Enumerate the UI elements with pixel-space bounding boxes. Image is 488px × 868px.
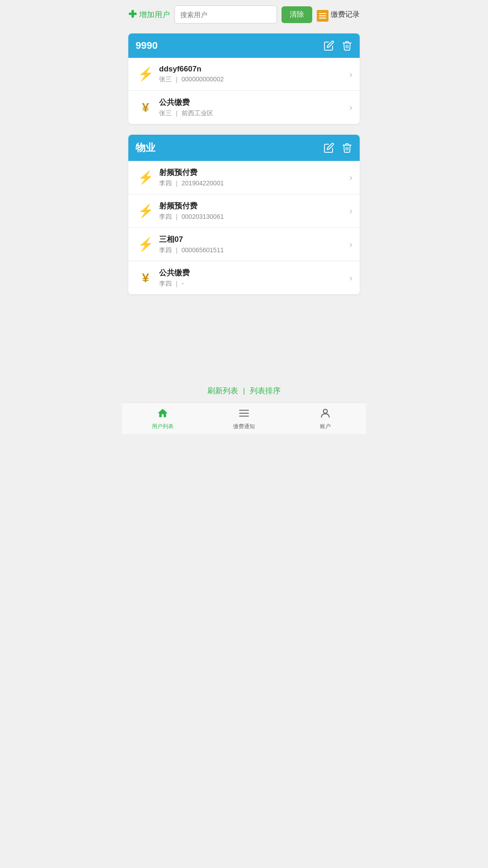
main-content: 9990: [122, 29, 366, 380]
trash-icon: [342, 40, 352, 51]
item-name: 公共缴费: [159, 268, 346, 278]
yen-icon-container: ¥: [136, 98, 155, 118]
fee-record-label: 缴费记录: [331, 10, 360, 19]
delete-group-9990-button[interactable]: [342, 40, 352, 51]
person-icon: [319, 407, 331, 421]
fee-record-button[interactable]: 缴费记录: [317, 8, 360, 22]
item-sub: 李四 ｜ 000203130061: [159, 213, 346, 221]
list-item[interactable]: ¥ 公共缴费 张三 ｜ 前西工业区 ›: [128, 91, 360, 124]
item-sub: 张三 ｜ 前西工业区: [159, 109, 346, 118]
bolt-icon-container: ⚡: [136, 235, 155, 255]
chevron-right-icon: ›: [349, 239, 352, 250]
item-name: 三相07: [159, 234, 346, 245]
home-svg: [157, 407, 169, 419]
bolt-icon: ⚡: [138, 205, 154, 217]
edit-group-9990-button[interactable]: [324, 40, 334, 51]
tab-user-list-label: 用户列表: [152, 423, 174, 430]
item-name: 公共缴费: [159, 97, 346, 108]
list-item[interactable]: ¥ 公共缴费 李四 ｜ - ›: [128, 261, 360, 294]
item-info: 射频预付费 李四 ｜ 201904220001: [159, 167, 346, 188]
item-info: ddsyf6607n 张三 ｜ 000000000002: [159, 65, 346, 84]
home-icon: [157, 407, 169, 421]
item-name: 射频预付费: [159, 167, 346, 178]
yen-icon-container: ¥: [136, 268, 155, 288]
person-svg: [319, 407, 331, 419]
item-sub: 李四 ｜ 201904220001: [159, 179, 346, 188]
tab-bar: 用户列表 缴费通知 账户: [122, 402, 366, 434]
tab-account[interactable]: 账户: [285, 403, 366, 434]
group-actions-wuye: [324, 142, 352, 153]
item-info: 三相07 李四 ｜ 000065601511: [159, 234, 346, 255]
svg-point-3: [324, 409, 328, 413]
trash-icon: [342, 142, 352, 153]
bolt-icon: ⚡: [138, 68, 154, 80]
bolt-icon-container: ⚡: [136, 201, 155, 221]
user-group-wuye: 物业: [128, 135, 360, 294]
group-actions-9990: [324, 40, 352, 51]
bolt-icon-container: ⚡: [136, 168, 155, 188]
yen-icon: ¥: [142, 100, 149, 115]
list-item[interactable]: ⚡ 射频预付费 李四 ｜ 000203130061 ›: [128, 194, 360, 228]
edit-icon: [324, 142, 334, 153]
chevron-right-icon: ›: [349, 102, 352, 113]
notebook-icon: [317, 8, 328, 22]
clear-button[interactable]: 清除: [282, 6, 312, 23]
item-info: 射频预付费 李四 ｜ 000203130061: [159, 201, 346, 221]
toolbar: ✚ 增加用户 清除 缴费记录: [122, 0, 366, 29]
chevron-right-icon: ›: [349, 69, 352, 80]
tab-fee-notice-label: 缴费通知: [233, 423, 255, 430]
sort-list-button[interactable]: 列表排序: [250, 387, 281, 395]
item-name: ddsyf6607n: [159, 65, 346, 74]
bolt-icon: ⚡: [138, 238, 154, 251]
item-name: 射频预付费: [159, 201, 346, 211]
item-sub: 李四 ｜ 000065601511: [159, 246, 346, 255]
list-item[interactable]: ⚡ ddsyf6607n 张三 ｜ 000000000002 ›: [128, 58, 360, 91]
list-item[interactable]: ⚡ 射频预付费 李四 ｜ 201904220001 ›: [128, 161, 360, 194]
group-title-wuye: 物业: [136, 141, 155, 155]
user-group-9990: 9990: [128, 33, 360, 124]
group-header-9990: 9990: [128, 33, 360, 58]
item-info: 公共缴费 李四 ｜ -: [159, 268, 346, 288]
edit-icon: [324, 40, 334, 51]
refresh-bar: 刷新列表 | 列表排序: [122, 380, 366, 402]
yen-icon: ¥: [142, 271, 149, 285]
list-svg: [238, 407, 250, 419]
group-title-9990: 9990: [136, 40, 158, 52]
delete-group-wuye-button[interactable]: [342, 142, 352, 153]
tab-account-label: 账户: [320, 423, 331, 430]
item-sub: 李四 ｜ -: [159, 280, 346, 288]
bolt-icon-container: ⚡: [136, 64, 155, 84]
add-user-label: 增加用户: [139, 9, 170, 20]
item-info: 公共缴费 张三 ｜ 前西工业区: [159, 97, 346, 118]
chevron-right-icon: ›: [349, 273, 352, 283]
list-icon: [238, 407, 250, 421]
list-item[interactable]: ⚡ 三相07 李四 ｜ 000065601511 ›: [128, 228, 360, 261]
plus-icon: ✚: [128, 9, 136, 19]
item-sub: 张三 ｜ 000000000002: [159, 75, 346, 84]
search-input[interactable]: [174, 5, 277, 24]
refresh-list-button[interactable]: 刷新列表: [207, 387, 238, 395]
tab-user-list[interactable]: 用户列表: [122, 403, 203, 434]
bolt-icon: ⚡: [138, 171, 154, 184]
edit-group-wuye-button[interactable]: [324, 142, 334, 153]
separator: |: [243, 387, 245, 395]
add-user-button[interactable]: ✚ 增加用户: [128, 9, 170, 20]
group-header-wuye: 物业: [128, 135, 360, 161]
chevron-right-icon: ›: [349, 206, 352, 216]
tab-fee-notice[interactable]: 缴费通知: [203, 403, 285, 434]
chevron-right-icon: ›: [349, 172, 352, 183]
